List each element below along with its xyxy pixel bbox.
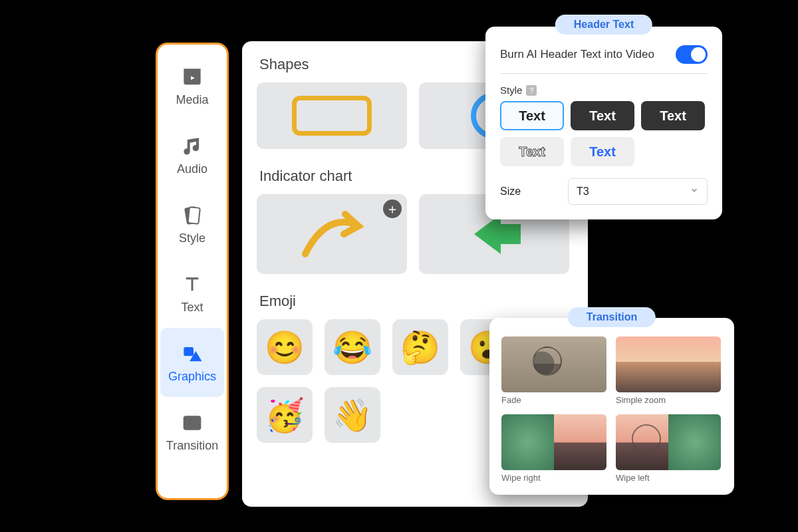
sidebar-item-label: Text: [181, 301, 203, 315]
transition-wipe-right[interactable]: Wipe right: [501, 414, 606, 483]
curved-arrow-right-icon: [292, 201, 372, 267]
sidebar-item-style[interactable]: Style: [160, 190, 224, 259]
rounded-rectangle-icon: [292, 96, 372, 136]
transition-label: Wipe right: [501, 473, 606, 483]
emoji-heading: Emoji: [259, 293, 573, 310]
transition-label: Wipe left: [616, 473, 721, 483]
transition-wipe-left[interactable]: Wipe left: [616, 414, 721, 483]
emoji-smile[interactable]: 😊: [257, 319, 313, 375]
text-style-grid: Text Text Text Text Text: [500, 101, 708, 166]
svg-rect-2: [184, 69, 200, 72]
shape-rectangle-tile[interactable]: [257, 82, 407, 149]
transition-label: Fade: [501, 395, 606, 405]
transition-wipe-left-thumb: [616, 414, 721, 470]
text-style-option-2[interactable]: Text: [571, 101, 634, 130]
transition-icon: [180, 411, 204, 435]
svg-rect-4: [188, 207, 200, 224]
header-text-panel: Header Text Burn AI Header Text into Vid…: [485, 27, 722, 219]
burn-header-toggle[interactable]: [676, 45, 708, 64]
size-label: Size: [500, 186, 521, 198]
text-style-option-1[interactable]: Text: [500, 101, 564, 130]
text-style-option-3[interactable]: Text: [641, 101, 705, 130]
music-note-icon: [180, 134, 204, 158]
text-style-option-5[interactable]: Text: [571, 137, 634, 166]
sidebar-item-media[interactable]: Media: [160, 51, 224, 120]
chevron-down-icon: [690, 186, 699, 198]
transition-simple-zoom[interactable]: Simple zoom: [616, 336, 721, 405]
transition-fade-thumb: [501, 336, 606, 392]
indicator-arrow-right-tile[interactable]: ＋: [257, 194, 407, 274]
transition-panel: Transition Fade Simple zoom Wipe right: [489, 318, 734, 495]
burn-header-toggle-label: Burn AI Header Text into Video: [500, 48, 654, 61]
style-icon: [180, 203, 204, 227]
svg-rect-5: [184, 347, 193, 355]
sidebar-item-audio[interactable]: Audio: [160, 120, 224, 190]
header-text-panel-title: Header Text: [555, 15, 652, 35]
transition-zoom-thumb: [616, 336, 721, 392]
sidebar-item-text[interactable]: Text: [160, 259, 224, 328]
svg-marker-8: [474, 214, 521, 254]
sidebar: Media Audio Style Text Graphics: [156, 43, 229, 500]
emoji-thinking[interactable]: 🤔: [392, 319, 448, 375]
sidebar-item-label: Transition: [166, 439, 218, 453]
help-icon[interactable]: ?: [526, 85, 537, 96]
style-label: Style: [500, 84, 522, 96]
sidebar-item-transition[interactable]: Transition: [160, 397, 224, 466]
sidebar-item-label: Graphics: [168, 370, 216, 384]
sidebar-item-label: Media: [176, 93, 208, 107]
transition-wipe-right-thumb: [501, 414, 606, 470]
emoji-wave[interactable]: 👋: [325, 387, 380, 443]
add-icon[interactable]: ＋: [383, 200, 402, 218]
media-icon: [180, 65, 204, 89]
emoji-party[interactable]: 🥳: [257, 387, 313, 443]
graphics-icon: [180, 342, 204, 366]
sidebar-item-label: Style: [179, 231, 205, 245]
sidebar-item-graphics[interactable]: Graphics: [160, 328, 224, 397]
text-style-option-4[interactable]: Text: [500, 137, 564, 166]
emoji-laugh[interactable]: 😂: [325, 319, 380, 375]
size-select[interactable]: T3: [568, 178, 708, 205]
size-select-value: T3: [577, 186, 589, 198]
transition-panel-title: Transition: [568, 307, 656, 327]
transition-label: Simple zoom: [616, 395, 721, 405]
sidebar-item-label: Audio: [177, 162, 207, 176]
text-icon: [180, 273, 204, 297]
transition-fade[interactable]: Fade: [501, 336, 606, 405]
